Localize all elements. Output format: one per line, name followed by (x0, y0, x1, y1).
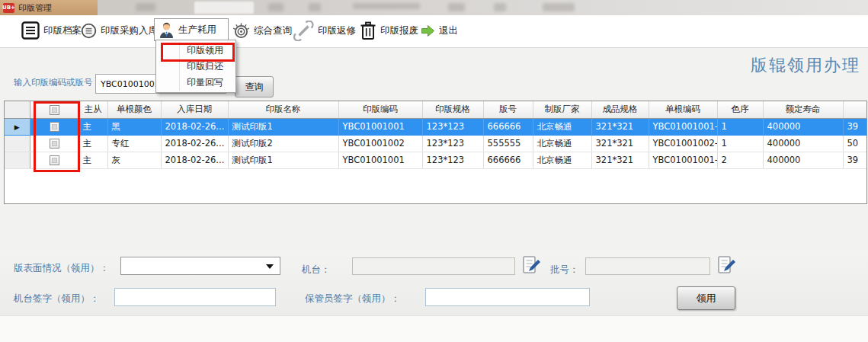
table-row[interactable]: 主 灰 2018-02-26... 测试印版1 YBC01001001 123*… (5, 152, 867, 168)
cell: 123*123 (422, 152, 483, 168)
cell: 主 (78, 135, 107, 152)
cell-clipped: 39 (843, 152, 867, 168)
trash-icon (360, 21, 376, 40)
table-row[interactable]: 主 专红 2018-02-26... 测试印版2 YBC01001002 123… (5, 135, 867, 152)
row-selector-cell[interactable] (5, 152, 30, 168)
chevron-down-icon (266, 264, 274, 269)
keeper-signature-label: 保管员签字（领用）： (305, 292, 400, 305)
cell: 主 (78, 152, 107, 168)
machine-signature-input[interactable] (114, 288, 276, 306)
col-header[interactable]: 印版编码 (338, 101, 422, 118)
col-header[interactable]: 入库日期 (161, 101, 228, 118)
table-row[interactable]: ▶ 主 黑 2018-02-26... 测试印版1 YBC01001001 12… (5, 118, 867, 135)
col-header[interactable]: 成品规格 (591, 101, 649, 118)
search-label: 输入印版编码或版号： (14, 77, 101, 88)
machine-input[interactable] (352, 257, 515, 275)
machine-signature-label: 机台签字（领用）： (14, 292, 100, 305)
claim-button[interactable]: 领用 (677, 286, 735, 310)
cell: 1 (717, 118, 763, 135)
cell: 北京畅通 (533, 152, 591, 168)
table-header-row: 主从 单根颜色 入库日期 印版名称 印版编码 印版规格 版号 制版厂家 成品规格… (5, 101, 867, 118)
menu-item-plate-requisition[interactable]: 印版领用 (156, 43, 235, 59)
cell: 2018-02-26... (161, 118, 228, 135)
toolbar-item-comprehensive-query[interactable]: 综合查询 (232, 18, 292, 43)
wrench-icon (293, 21, 314, 41)
window-title: 印版管理 (18, 2, 52, 14)
titlebar: UB+ 印版管理 (0, 0, 868, 15)
col-header[interactable]: 主从 (78, 101, 107, 118)
cell: YBC01001001-1 (649, 118, 717, 135)
toolbar-label: 退出 (439, 24, 458, 37)
toolbar-item-plate-scrap[interactable]: 印版报废 (360, 18, 418, 43)
blurred-item (494, 3, 506, 11)
machine-label: 机台： (302, 264, 331, 276)
toolbar-item-purchase-inbound[interactable]: 印版采购入库 (81, 18, 158, 43)
toolbar: 印版档案 印版采购入库 生产耗用 (0, 15, 868, 48)
cell: 测试印版1 (228, 152, 338, 168)
menu-square-icon (21, 21, 40, 40)
header-row-selector (5, 101, 30, 118)
col-header[interactable]: 版号 (483, 101, 533, 118)
col-header[interactable]: 印版名称 (228, 101, 338, 118)
cell: 400000 (763, 152, 843, 168)
edit-pencil-icon[interactable] (521, 254, 542, 275)
keeper-signature-input[interactable] (425, 288, 590, 306)
cell: 测试印版2 (228, 135, 338, 152)
data-grid: 主从 单根颜色 入库日期 印版名称 印版编码 印版规格 版号 制版厂家 成品规格… (4, 101, 867, 204)
toolbar-item-exit[interactable]: 退出 (421, 18, 458, 43)
production-consumption-menu: 印版领用 印版归还 印量回写 (155, 40, 236, 93)
batch-label: 批号： (550, 264, 579, 276)
cell-clipped: 39 (843, 118, 867, 135)
cell: 555555 (483, 135, 533, 152)
toolbar-item-production-consumption[interactable]: 生产耗用 (154, 18, 229, 41)
blurred-item (448, 3, 465, 11)
col-header[interactable]: 额定寿命 (763, 101, 843, 118)
row-selector-cell[interactable]: ▶ (5, 118, 30, 135)
toolbar-label: 印版返修 (318, 24, 356, 37)
query-button[interactable]: 查询 (235, 76, 274, 97)
row-checkbox[interactable] (50, 139, 59, 149)
col-header[interactable]: 制版厂家 (533, 101, 591, 118)
page-title: 版辊领用办理 (751, 54, 860, 77)
col-header[interactable]: 印版规格 (422, 101, 483, 118)
batch-input[interactable] (585, 257, 710, 275)
row-checkbox[interactable] (50, 122, 59, 132)
cell: 主 (78, 118, 107, 135)
cell: 2018-02-26... (161, 135, 228, 152)
window-tab[interactable]: UB+ 印版管理 (0, 0, 98, 15)
row-checkbox[interactable] (50, 155, 59, 165)
cell: 北京畅通 (533, 135, 591, 152)
col-header[interactable]: 单根颜色 (107, 101, 161, 118)
cell: 灰 (107, 152, 161, 168)
row-selector-cell[interactable] (5, 135, 30, 152)
menu-item-plate-return[interactable]: 印版归还 (156, 59, 235, 75)
app-window: UB+ 印版管理 印版档案 印版采购入库 (0, 0, 868, 342)
cell: 123*123 (422, 135, 483, 152)
edit-pencil-icon[interactable] (716, 254, 737, 275)
app-logo: UB+ (3, 3, 14, 13)
cell: 1 (717, 135, 763, 152)
blurred-item (309, 3, 321, 11)
menu-item-print-volume-writeback[interactable]: 印量回写 (156, 75, 235, 91)
blurred-item (543, 3, 575, 11)
blurred-item (268, 3, 283, 11)
toolbar-item-plate-repair[interactable]: 印版返修 (293, 18, 356, 43)
cell: 666666 (483, 152, 533, 168)
col-header-clipped[interactable] (843, 101, 867, 118)
cell: YBC01001002 (338, 135, 422, 152)
row-checkbox-cell (30, 152, 78, 168)
toolbar-label: 生产耗用 (178, 24, 216, 37)
select-all-checkbox[interactable] (50, 105, 59, 115)
cell: 123*123 (422, 118, 483, 135)
col-header[interactable]: 色序 (717, 101, 763, 118)
cell: 测试印版1 (228, 118, 338, 135)
requisition-form: 版表面情况（领用）： 机台： 批号： 机台签字（领用）： (0, 251, 868, 315)
exit-arrow-icon (421, 24, 435, 37)
row-checkbox-cell (30, 135, 78, 152)
col-header[interactable]: 单根编码 (649, 101, 717, 118)
toolbar-item-plate-archive[interactable]: 印版档案 (21, 18, 82, 43)
blurred-item (353, 3, 420, 9)
cell: 321*321 (591, 152, 649, 168)
toolbar-label: 综合查询 (254, 24, 292, 37)
surface-condition-combobox[interactable] (120, 257, 280, 275)
